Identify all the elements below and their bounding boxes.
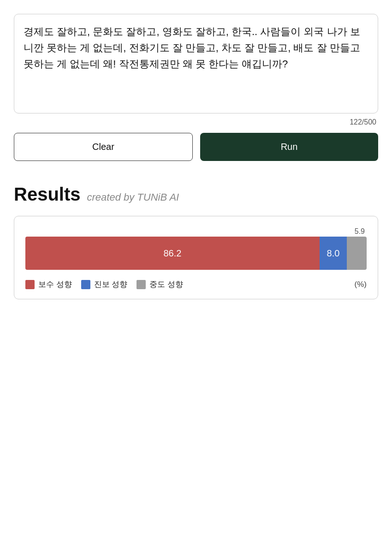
moderate-top-value: 5.9: [355, 227, 365, 236]
bar-top-label-row: 5.9: [25, 227, 367, 236]
conservative-value: 86.2: [163, 248, 181, 259]
results-header: Results created by TUNiB AI: [14, 184, 378, 205]
moderate-bar: [347, 237, 367, 270]
moderate-label: 중도 성향: [149, 279, 183, 290]
legend-progressive: 진보 성향: [81, 279, 128, 290]
chart-card: 5.9 86.2 8.0 보수 성향 진보 성향: [14, 216, 378, 299]
conservative-bar: 86.2: [25, 237, 320, 270]
conservative-label: 보수 성향: [38, 279, 72, 290]
moderate-color-box: [137, 280, 146, 289]
char-count: 122/500: [14, 118, 378, 126]
run-button[interactable]: Run: [200, 133, 378, 161]
progressive-value: 8.0: [327, 248, 340, 259]
progressive-color-box: [81, 280, 90, 289]
chart-legend: 보수 성향 진보 성향 중도 성향 (%): [25, 279, 367, 290]
action-buttons: Clear Run: [14, 133, 378, 161]
results-section: Results created by TUNiB AI 5.9 86.2 8.0…: [14, 184, 378, 299]
progressive-bar: 8.0: [320, 237, 347, 270]
legend-moderate: 중도 성향: [137, 279, 183, 290]
progressive-label: 진보 성향: [94, 279, 128, 290]
results-subtitle: created by TUNiB AI: [87, 191, 179, 203]
korean-text-input[interactable]: [24, 24, 368, 102]
chart-unit: (%): [355, 280, 367, 289]
text-input-container: [14, 14, 378, 113]
legend-conservative: 보수 성향: [25, 279, 72, 290]
clear-button[interactable]: Clear: [14, 133, 193, 161]
conservative-color-box: [25, 280, 35, 289]
stacked-bar: 86.2 8.0: [25, 237, 367, 270]
results-title: Results: [14, 184, 81, 205]
